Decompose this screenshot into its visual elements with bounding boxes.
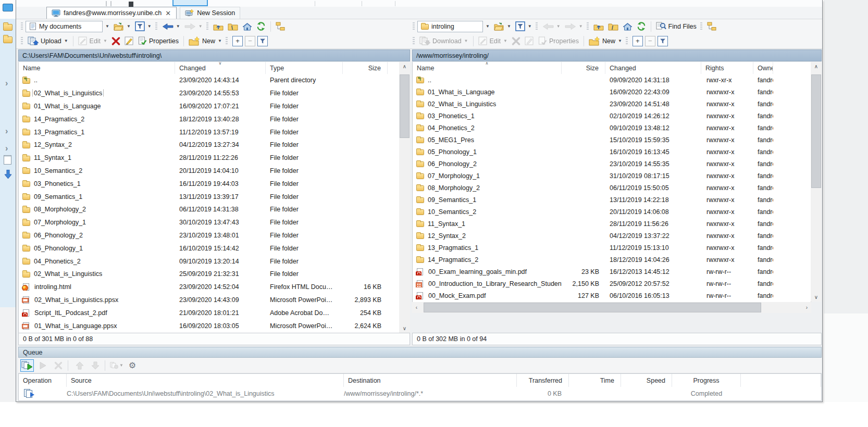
toolbar-grip[interactable]	[626, 37, 628, 45]
new-button[interactable]: New ▼	[187, 35, 224, 47]
open-directory-dropdown-arrow[interactable]: ▼	[127, 24, 131, 29]
directory-dropdown-arrow[interactable]: ▼	[486, 24, 490, 29]
queue-header-progress[interactable]: Progress	[672, 374, 741, 387]
toolbar-grip[interactable]	[21, 37, 23, 45]
column-header-owner[interactable]: Owner	[753, 62, 773, 74]
file-row[interactable]: 01_What_is_Language.ppsx16/09/2020 18:03…	[19, 319, 410, 332]
toolbar-grip[interactable]	[155, 22, 157, 31]
file-row[interactable]: 05_Phonology_116/10/2019 16:13:45rwxrwxr…	[413, 146, 811, 158]
file-row[interactable]: 01_What_is_Language16/09/2020 17:07:21Fi…	[19, 100, 410, 113]
queue-header-operation[interactable]: Operation	[19, 374, 67, 387]
file-row[interactable]: 08_Morphology_206/11/2019 14:31:38File f…	[19, 203, 410, 216]
queue-header-transferred[interactable]: Transferred	[517, 374, 569, 387]
toolbar-grip[interactable]	[587, 22, 589, 31]
toolbar-grip[interactable]	[413, 22, 415, 31]
filter-button[interactable]: ▼	[513, 20, 534, 32]
file-row[interactable]: 09_Semantics_113/11/2019 13:39:17File fo…	[19, 190, 410, 203]
show-queue-button[interactable]	[20, 359, 34, 372]
file-row[interactable]: 03_Phonetics_116/11/2019 19:44:03File fo…	[19, 177, 410, 190]
file-row[interactable]: 00_Introduction_to_Library_Research_Stud…	[413, 278, 811, 290]
scroll-right-icon[interactable]: ›	[802, 302, 811, 313]
toolbar-grip[interactable]	[226, 37, 228, 45]
scroll-up-icon[interactable]: ∧	[811, 62, 822, 71]
scroll-up-icon[interactable]: ∧	[399, 62, 410, 71]
close-tab-icon[interactable]: ✕	[165, 10, 171, 17]
directory-tree-button[interactable]	[705, 21, 718, 32]
expand-button[interactable]: +	[232, 36, 243, 46]
filter-box-button[interactable]	[257, 36, 268, 46]
forward-button[interactable]: ▼	[182, 22, 205, 31]
file-row[interactable]: 08_Morphology_206/11/2019 15:50:05rwxrwx…	[413, 182, 811, 194]
refresh-button[interactable]	[254, 21, 268, 32]
local-directory-selector[interactable]: My documents	[26, 21, 103, 32]
open-directory-button[interactable]: ▼	[111, 21, 133, 32]
file-row[interactable]: 02_What_is_Linguistics23/09/2020 14:51:4…	[413, 98, 811, 110]
column-header-changed[interactable]: Changed	[605, 62, 701, 74]
toolbar-grip[interactable]	[536, 22, 538, 31]
file-row[interactable]: ..09/09/2020 14:31:18rwxr-xr-xfandres	[413, 74, 811, 86]
open-directory-button[interactable]: ▼	[492, 21, 513, 32]
edit-button[interactable]: Edit ▼	[476, 35, 510, 46]
column-header-size[interactable]: Size	[562, 62, 605, 74]
parent-directory-button[interactable]	[591, 21, 606, 32]
filter-dropdown-arrow[interactable]: ▼	[147, 24, 152, 29]
file-row[interactable]: ..23/09/2020 14:43:14Parent directory	[19, 74, 410, 87]
queue-preferences-button[interactable]: ⚙	[126, 359, 139, 372]
delete-queue-item-button[interactable]	[52, 359, 65, 372]
back-button[interactable]: ▼	[160, 22, 182, 31]
new-dropdown-arrow[interactable]: ▼	[618, 39, 622, 43]
file-row[interactable]: 07_Morphology_131/10/2019 08:17:15rwxrwx…	[413, 170, 811, 182]
local-path-bar[interactable]: C:\Users\FAM\Documents\Uni\webstuff\intr…	[18, 49, 410, 61]
toolbar-grip[interactable]	[21, 22, 23, 31]
filter-dropdown-arrow[interactable]: ▼	[528, 24, 532, 29]
download-button[interactable]: Download ▼	[417, 35, 470, 46]
upload-dropdown-arrow[interactable]: ▼	[64, 39, 68, 43]
queue-header-source[interactable]: Source	[67, 374, 344, 387]
file-row[interactable]: 10_Semantics_220/11/2019 14:06:08rwxrwxr…	[413, 206, 811, 218]
file-row[interactable]: Script_ItL_Podcast_2.pdf21/09/2020 18:01…	[19, 306, 410, 319]
file-row[interactable]: 00_Mock_Exam.pdf127 KB06/10/2016 16:05:1…	[413, 290, 811, 302]
scrollbar-thumb[interactable]	[400, 74, 410, 138]
scrollbar-thumb[interactable]	[811, 74, 821, 188]
forward-button[interactable]: ▼	[563, 22, 585, 31]
file-row[interactable]: 13_Pragmatics_111/12/2019 13:57:19File f…	[19, 125, 410, 139]
queue-items-button[interactable]: ▼	[110, 359, 123, 372]
collapse-button[interactable]: −	[245, 36, 255, 46]
directory-tree-button[interactable]	[274, 21, 287, 32]
file-row[interactable]: 02_What_is_Linguistics.ppsx23/09/2020 14…	[19, 294, 410, 307]
file-row[interactable]: 04_Phonetics_209/10/2019 13:20:14File fo…	[19, 255, 410, 268]
file-row[interactable]: 00_Exam_learning_goals_min.pdf23 KB16/12…	[413, 266, 811, 278]
file-row[interactable]: 10_Semantics_220/11/2019 14:04:10File fo…	[19, 165, 410, 178]
collapse-button[interactable]: −	[645, 36, 655, 46]
file-row[interactable]: 04_Phonetics_209/10/2019 13:48:12rwxrwxr…	[413, 122, 811, 134]
file-row[interactable]: 11_Syntax_128/11/2019 11:22:26File folde…	[19, 152, 410, 165]
column-header-rights[interactable]: Rights	[701, 62, 753, 74]
move-up-button[interactable]	[73, 359, 86, 372]
rename-button[interactable]	[122, 35, 136, 46]
edit-button[interactable]: Edit ▼	[76, 35, 109, 46]
resume-queue-button[interactable]	[36, 359, 49, 372]
file-row[interactable]: 02_What_is_Linguistics23/09/2020 14:55:5…	[19, 87, 410, 100]
queue-header-time[interactable]: Time	[569, 374, 621, 387]
file-row[interactable]: 14_Pragmatics_218/12/2019 14:04:26rwxrwx…	[413, 254, 811, 266]
file-row[interactable]: 06_Phonology_223/10/2019 13:48:01File fo…	[19, 229, 410, 242]
remote-directory-selector[interactable]: introling	[417, 21, 483, 32]
new-dropdown-arrow[interactable]: ▼	[218, 39, 222, 43]
remote-horizontal-scrollbar[interactable]: ‹ ›	[412, 302, 811, 313]
expand-button[interactable]: +	[633, 36, 643, 46]
scroll-down-icon[interactable]: ∨	[811, 293, 822, 302]
queue-items-dropdown-arrow[interactable]: ▼	[119, 363, 123, 368]
new-button[interactable]: New ▼	[587, 35, 624, 47]
file-row[interactable]: 05_Phonology_116/10/2019 15:14:42File fo…	[19, 242, 410, 255]
file-row[interactable]: 03_Phonetics_102/10/2019 14:26:12rwxrwxr…	[413, 110, 811, 122]
queue-header-destination[interactable]: Destination	[344, 374, 517, 387]
new-session-tab[interactable]: New Session	[180, 7, 240, 19]
root-directory-button[interactable]: \	[226, 21, 240, 32]
back-button[interactable]: ▼	[540, 22, 563, 31]
forward-dropdown-arrow[interactable]: ▼	[579, 24, 583, 29]
filter-button[interactable]: ▼	[133, 20, 154, 32]
column-header-name[interactable]: ∧Name	[413, 62, 562, 74]
toolbar-grip[interactable]	[206, 22, 208, 31]
file-row[interactable]: 11_Syntax_128/11/2019 11:56:26rwxrwxr-xf…	[413, 218, 811, 230]
remote-path-bar[interactable]: /www/morrissey/introling/	[412, 49, 822, 61]
